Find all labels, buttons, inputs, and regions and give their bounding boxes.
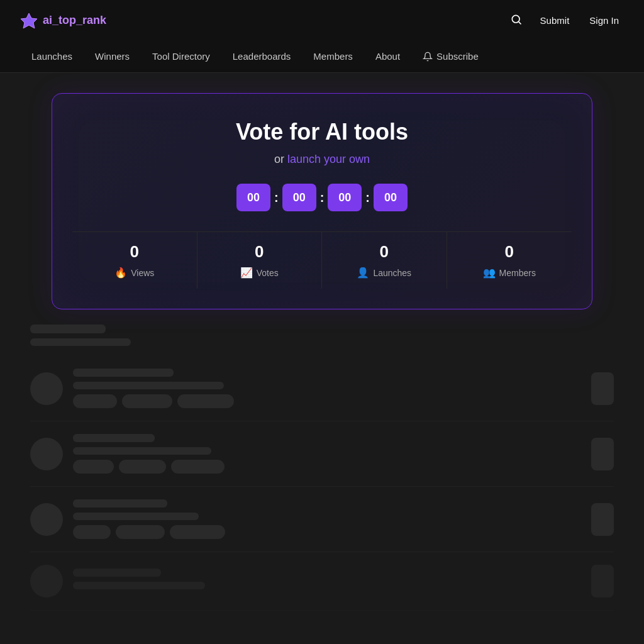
nav-item-subscribe[interactable]: Subscribe [411, 40, 490, 73]
list-section [0, 319, 644, 616]
vote-button-skeleton [591, 438, 614, 470]
logo-icon [20, 11, 38, 29]
views-icon: 🔥 [114, 267, 127, 279]
hero-card: Vote for AI tools or launch your own 00 … [52, 93, 592, 309]
countdown-sep-1: : [273, 191, 280, 205]
skeleton-tag [119, 460, 166, 474]
stat-launches: 0 👤 Launches [322, 232, 447, 289]
avatar [30, 565, 63, 597]
logo[interactable]: ai_top_rank [20, 11, 106, 29]
vote-button-skeleton [591, 565, 614, 597]
skeleton-tag [116, 525, 165, 539]
item-content [73, 499, 581, 539]
stat-views-label: Views [131, 268, 154, 278]
vote-button-skeleton [591, 372, 614, 405]
item-content [73, 569, 581, 594]
skeleton-title [73, 369, 174, 377]
stat-votes-label: Votes [257, 268, 279, 278]
bell-icon [423, 52, 433, 62]
header-actions: Submit Sign In [508, 11, 624, 30]
skeleton-tags [73, 460, 581, 474]
nav-item-tool-directory[interactable]: Tool Directory [141, 40, 221, 73]
hero-subtitle-prefix: or [274, 153, 287, 165]
skeleton-desc [73, 513, 199, 520]
list-item[interactable] [30, 487, 614, 552]
stat-votes: 0 📈 Votes [197, 232, 323, 289]
skeleton-tag [170, 525, 225, 539]
submit-button[interactable]: Submit [535, 13, 575, 28]
launches-icon: 👤 [357, 267, 369, 279]
svg-point-1 [512, 15, 519, 23]
votes-icon: 📈 [240, 267, 253, 279]
nav-item-about[interactable]: About [364, 40, 411, 73]
search-button[interactable] [508, 11, 525, 30]
countdown-minutes: 00 [282, 184, 316, 211]
nav-item-winners[interactable]: Winners [84, 40, 141, 73]
skeleton-header-2 [30, 338, 131, 346]
skeleton-header-1 [30, 325, 106, 333]
nav-item-members[interactable]: Members [302, 40, 364, 73]
list-item[interactable] [30, 356, 614, 421]
skeleton-title [73, 569, 161, 577]
item-content [73, 369, 581, 408]
stat-views: 0 🔥 Views [72, 232, 197, 289]
stats-row: 0 🔥 Views 0 📈 Votes 0 👤 Launches [72, 231, 572, 289]
list-item[interactable] [30, 421, 614, 487]
countdown-sep-3: : [364, 191, 371, 205]
list-header [30, 325, 614, 346]
countdown-ms: 00 [374, 184, 408, 211]
main-nav: Launches Winners Tool Directory Leaderbo… [0, 40, 644, 73]
hero-section: Vote for AI tools or launch your own 00 … [0, 73, 644, 319]
nav-item-leaderboards[interactable]: Leaderboards [221, 40, 303, 73]
skeleton-tag [73, 460, 114, 474]
item-content [73, 434, 581, 474]
skeleton-title [73, 434, 155, 442]
nav-item-launches[interactable]: Launches [20, 40, 84, 73]
signin-button[interactable]: Sign In [584, 13, 624, 28]
countdown-seconds: 00 [328, 184, 362, 211]
countdown: 00 : 00 : 00 : 00 [72, 184, 572, 211]
skeleton-tag [177, 394, 234, 408]
stat-members: 0 👥 Members [447, 232, 572, 289]
countdown-sep-2: : [319, 191, 326, 205]
subscribe-label: Subscribe [436, 51, 479, 62]
skeleton-tag [171, 460, 225, 474]
svg-marker-0 [21, 13, 37, 28]
skeleton-desc [73, 382, 224, 389]
skeleton-title [73, 499, 167, 508]
members-icon: 👥 [483, 267, 496, 279]
avatar [30, 438, 63, 470]
stat-launches-number: 0 [327, 242, 441, 262]
avatar [30, 503, 63, 536]
skeleton-tags [73, 525, 581, 539]
skeleton-tags [73, 394, 581, 408]
stat-launches-label: Launches [373, 268, 411, 278]
stat-members-number: 0 [452, 242, 567, 262]
logo-text: ai_top_rank [43, 14, 106, 27]
hero-launch-link[interactable]: launch your own [287, 153, 370, 165]
countdown-hours: 00 [236, 184, 270, 211]
stat-members-label: Members [499, 268, 536, 278]
vote-button-skeleton [591, 503, 614, 536]
skeleton-desc [73, 447, 211, 455]
header: ai_top_rank Submit Sign In [0, 0, 644, 40]
stat-votes-number: 0 [203, 242, 317, 262]
search-icon [510, 13, 523, 26]
skeleton-tag [73, 525, 111, 539]
avatar [30, 372, 63, 405]
stat-views-number: 0 [77, 242, 192, 262]
hero-title: Vote for AI tools [72, 119, 572, 145]
skeleton-tag [122, 394, 172, 408]
list-item[interactable] [30, 552, 614, 611]
skeleton-tag [73, 394, 117, 408]
skeleton-desc [73, 582, 205, 589]
svg-line-2 [518, 21, 521, 24]
hero-subtitle: or launch your own [72, 153, 572, 166]
